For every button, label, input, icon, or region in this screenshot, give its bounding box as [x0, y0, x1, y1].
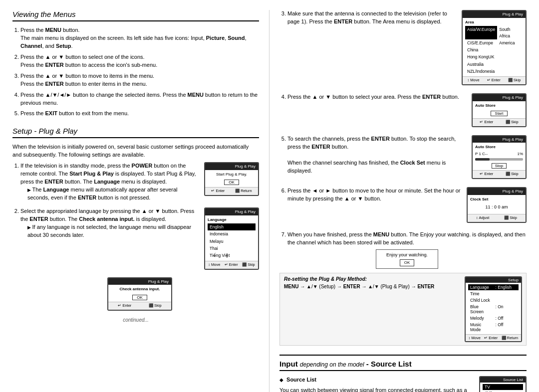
input-source-list-section: Input depending on the model - Source Li…	[279, 355, 527, 392]
plug-play-start-mockup: Plug & Play Start Plug & Play. OK ↵ Ente…	[204, 162, 259, 196]
setup-mockup: Setup Language: English Time Child Lock …	[465, 276, 522, 342]
re-setting-title: Re-setting the Plug & Play Method:	[284, 276, 461, 282]
setup-plug-play-title: Setup - Plug & Play	[12, 127, 259, 138]
setup-steps: Plug & Play Start Plug & Play. OK ↵ Ente…	[12, 162, 259, 313]
viewing-step-3: Press the ▲ or ▼ button to move to items…	[20, 72, 259, 88]
viewing-menus-section: Viewing the Menus Press the MENU button.…	[12, 10, 259, 118]
right-step-3: Plug & Play Area Asia/W.Europe South Afr…	[287, 10, 527, 90]
re-setting-steps: MENU → ▲/▼ (Setup) → ENTER → ▲/▼ (Plug &…	[284, 284, 461, 289]
viewing-menus-title: Viewing the Menus	[12, 10, 259, 21]
re-setting-box: Re-setting the Plug & Play Method: MENU …	[279, 273, 527, 346]
antenna-mockup: Plug & Play Check antenna input. OK ↵ En…	[107, 277, 172, 311]
setup-plug-play-section: Setup - Plug & Play When the television …	[12, 127, 259, 323]
continued-text: continued...	[12, 317, 259, 323]
right-step-7: When you have finished, press the MENU b…	[287, 231, 527, 269]
auto-store-start-mockup: Plug & Play Auto Store Start ↵ Enter	[472, 93, 527, 127]
right-steps-section: Plug & Play Area Asia/W.Europe South Afr…	[279, 10, 527, 346]
input-source-list-title: Input depending on the model - Source Li…	[279, 360, 527, 371]
setup-step-1: Plug & Play Start Plug & Play. OK ↵ Ente…	[20, 162, 259, 204]
right-step-5: Plug & Play Auto Store P 1 C--1% Stop	[287, 135, 527, 184]
setup-plug-play-title-text: Setup - Plug & Play	[12, 127, 77, 135]
source-list-desc1: You can switch between viewing signal fr…	[279, 387, 474, 392]
auto-store-progress-mockup: Plug & Play Auto Store P 1 C--1% Stop	[472, 135, 527, 179]
viewing-menus-steps: Press the MENU button. The main menu is …	[12, 26, 259, 118]
viewing-step-5: Press the EXIT button to exit from the m…	[20, 110, 259, 118]
right-steps-list: Plug & Play Area Asia/W.Europe South Afr…	[279, 10, 527, 269]
source-list-mockup: Source List TV AV1 AV2 S-Video Component…	[479, 376, 527, 392]
setup-step-2: Plug & Play Language English Indonesia M…	[20, 207, 259, 313]
viewing-step-4: Press the ▲/▼/◄/► button to change the s…	[20, 91, 259, 107]
setup-intro: When the television is initially powered…	[12, 143, 259, 159]
viewing-step-2: Press the ▲ or ▼ button to select one of…	[20, 53, 259, 69]
enjoy-watching-box: Enjoy your watching. OK	[376, 249, 438, 269]
language-mockup: Plug & Play Language English Indonesia M…	[204, 207, 259, 270]
right-step-4: Plug & Play Auto Store Start ↵ Enter	[287, 93, 527, 132]
right-step-6: Plug & Play Clock Set 11 : 0 0 am ↕ Adju…	[287, 187, 527, 228]
area-mockup: Plug & Play Area Asia/W.Europe South Afr…	[462, 10, 527, 85]
viewing-step-1: Press the MENU button. The main menu is …	[20, 26, 259, 50]
source-list-bullet-title: Source List	[286, 377, 316, 383]
clock-set-mockup: Plug & Play Clock Set 11 : 0 0 am ↕ Adju…	[467, 187, 527, 223]
viewing-menus-title-text: Viewing the Menus	[12, 10, 75, 18]
